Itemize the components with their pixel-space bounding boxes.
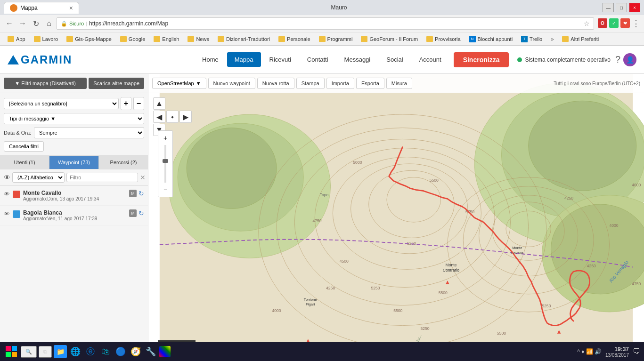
forward-btn[interactable]: → [17,18,28,29]
map-right-btn[interactable]: ▶ [179,111,192,123]
bm-news[interactable]: News [184,35,213,43]
remove-bookmark-btn[interactable]: − [133,97,144,110]
compass-taskbar-icon[interactable]: 🧭 [129,345,142,358]
taskbar-right: ^ ♦ 📶 🔊 19:37 13/08/2017 🗨 [577,346,640,358]
title-bar: Mappa × Mauro — □ × [0,0,644,15]
svg-text:5250: 5250 [542,304,551,308]
clear-filters-btn[interactable]: Cancella filtri [4,141,44,152]
map-layer-dropdown[interactable]: OpenStreetMap ▼ [152,78,206,89]
new-route-btn[interactable]: Nuova rotta [257,78,294,89]
svg-text:5500: 5500 [393,308,402,313]
edge-taskbar-icon[interactable]: ⓔ [84,345,97,358]
search-btn[interactable]: 🔍 [21,346,37,358]
maximize-btn[interactable]: □ [616,3,627,12]
zoom-out-btn[interactable]: − [160,185,171,195]
item-visibility-icon[interactable]: 👁 [4,191,10,198]
bm-google[interactable]: Google [116,35,149,43]
refresh-icon[interactable]: ↻ [139,190,144,197]
nav-home[interactable]: Home [195,52,226,67]
measure-btn[interactable]: Misura [386,78,412,89]
color-taskbar-icon[interactable] [159,346,171,357]
tab-waypoints[interactable]: Waypoint (73) [49,156,99,169]
tab-close-btn[interactable]: × [69,4,73,12]
ext-icon-2[interactable]: ✓ [609,18,619,28]
nav-ricevuti[interactable]: Ricevuti [262,52,299,67]
bm-provvisoria[interactable]: Provvisoria [423,35,464,43]
task-view-btn[interactable]: ⧉ [39,346,52,358]
browser-taskbar-icon[interactable]: 🌐 [69,345,82,358]
minimize-btn[interactable]: — [603,3,614,12]
map-container[interactable]: OpenStreetMap ▼ Nuovo waypoint Nuova rot… [148,74,644,361]
tab-routes[interactable]: Percorsi (2) [99,156,148,169]
chrome-taskbar-icon[interactable]: 🔵 [114,345,127,358]
nav-contatti[interactable]: Contatti [300,52,336,67]
import-btn[interactable]: Importa [326,78,354,89]
bm-blocchi[interactable]: N Blocchi appunti [465,35,517,43]
map-left-btn[interactable]: ◀ [153,111,165,123]
item-visibility-icon[interactable]: 👁 [4,210,10,217]
bm-english[interactable]: English [150,35,183,43]
app-taskbar-icon[interactable]: 🔧 [144,345,157,358]
o365-icon[interactable]: O [598,18,607,28]
topo-map-svg[interactable]: 5000 5500 5750 5250 4500 4750 4250 4000 … [148,74,644,361]
bm-lavoro[interactable]: Lavoro [30,35,62,43]
svg-text:4750: 4750 [312,218,321,223]
nav-social[interactable]: Social [379,52,410,67]
extensions-menu-btn[interactable]: ⋮ [632,18,640,29]
address-bar[interactable]: 🔒 Sicuro | https://inreach.garmin.com/Ma… [57,17,594,30]
zoom-slider-handle[interactable] [163,159,168,163]
map-up-btn[interactable]: ▲ [153,97,165,110]
folder-icon [426,36,433,42]
add-bookmark-btn[interactable]: + [121,97,131,110]
file-explorer-taskbar-icon[interactable]: 📁 [54,345,67,358]
folder-icon [8,36,14,42]
notifications-icon[interactable]: 🗨 [633,347,640,356]
bm-dizionari[interactable]: Dizionari-Traduttori [214,35,274,43]
bm-label: Personale [287,36,310,42]
filter-toggle-btn[interactable]: ▼ Filtri mappa (Disattivati) [4,78,87,89]
ext-icon-3[interactable]: ❤ [620,18,630,28]
bm-more[interactable]: » [547,35,557,43]
url-text[interactable]: https://inreach.garmin.com/Map [89,20,582,27]
zoom-in-btn[interactable]: + [160,133,171,143]
user-avatar[interactable]: 👤 [623,53,636,66]
bm-altri[interactable]: Altri Preferiti [558,35,603,43]
nav-mappa[interactable]: Mappa [227,52,261,67]
sync-button[interactable]: Sincronizza [454,52,509,67]
visibility-eye-icon[interactable]: 👁 [4,174,10,181]
store-taskbar-icon[interactable]: 🛍 [99,345,112,358]
message-type-select[interactable]: Tipi di messaggio ▼ [4,113,144,124]
export-btn[interactable]: Esporta [356,78,384,89]
back-btn[interactable]: ← [4,18,15,29]
clear-filter-icon[interactable]: ✕ [140,174,146,181]
browser-tab[interactable]: Mappa × [4,2,79,14]
bookmark-select[interactable]: [Seleziona un segnalibro] [4,98,119,109]
nav-messaggi[interactable]: Messaggi [337,52,378,67]
nav-account[interactable]: Account [412,52,449,67]
start-button[interactable] [4,344,19,359]
help-icon[interactable]: ? [615,54,620,65]
zoom-slider-track[interactable] [164,145,166,183]
bm-label: News [196,36,209,42]
map-center-btn[interactable]: ● [166,111,179,123]
filter-input[interactable] [66,173,138,182]
home-btn[interactable]: ⌂ [43,18,55,29]
download-maps-btn[interactable]: Scarica altre mappe [89,78,144,89]
reload-btn[interactable]: ↻ [30,18,41,29]
refresh-icon[interactable]: ↻ [139,209,144,217]
bm-geoforum[interactable]: GeoForum - Il Forum [357,35,422,43]
close-btn[interactable]: × [629,3,640,12]
bm-programmi[interactable]: Programmi [315,35,357,43]
bm-trello[interactable]: TTrello [517,35,546,43]
folder-icon [66,36,73,42]
tab-users[interactable]: Utenti (1) [0,156,49,169]
bm-app[interactable]: App [4,35,29,43]
print-btn[interactable]: Stampa [296,78,325,89]
date-select[interactable]: Sempre [34,127,144,138]
bm-gis[interactable]: Gis-Gps-Mappe [63,35,115,43]
new-waypoint-btn[interactable]: Nuovo waypoint [208,78,255,89]
bookmark-star-icon[interactable]: ☆ [584,20,590,27]
sort-select[interactable]: (A-Z) Alfabetico [12,172,65,183]
garmin-logo: GARMIN [8,53,72,66]
bm-personale[interactable]: Personale [275,35,314,43]
